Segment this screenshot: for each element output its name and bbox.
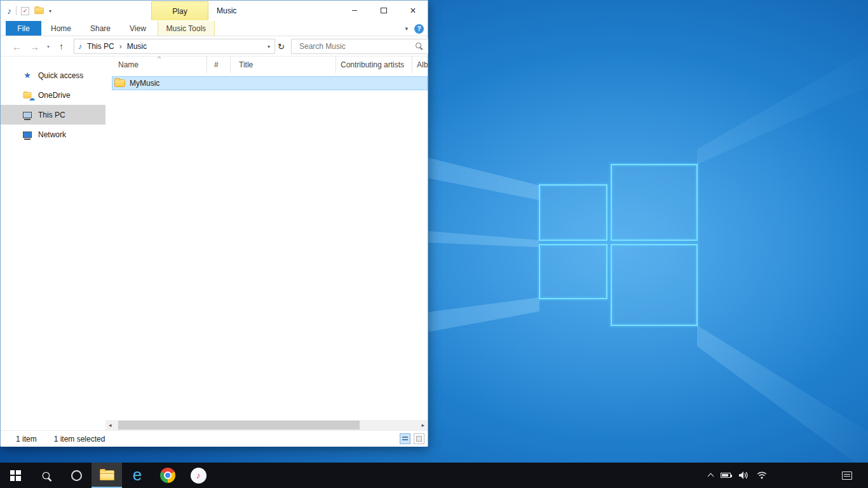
search-input[interactable] <box>292 39 428 53</box>
cortana-button[interactable] <box>61 463 92 488</box>
folder-icon <box>114 79 125 87</box>
sidebar-item-label: Network <box>38 130 66 139</box>
forward-icon[interactable]: → <box>30 36 39 57</box>
horizontal-scrollbar[interactable]: ◂ ▸ <box>105 420 428 430</box>
sidebar-item-quick-access[interactable]: ★ Quick access <box>1 65 105 85</box>
tab-file[interactable]: File <box>6 21 41 36</box>
window-controls: – × <box>340 1 428 20</box>
file-name: MyMusic <box>130 79 159 88</box>
volume-icon[interactable] <box>738 471 749 480</box>
view-buttons <box>400 433 424 444</box>
tab-share[interactable]: Share <box>81 21 120 36</box>
system-tray <box>709 463 768 488</box>
search-box <box>291 39 428 54</box>
item-count: 1 item <box>16 435 37 444</box>
breadcrumb-music[interactable]: Music <box>127 42 147 51</box>
start-button[interactable] <box>0 463 31 488</box>
new-folder-icon[interactable] <box>34 8 43 14</box>
properties-icon[interactable]: ✓ <box>21 7 29 15</box>
sidebar-item-label: Quick access <box>38 71 83 80</box>
action-center-icon <box>842 471 852 480</box>
tab-music-tools[interactable]: Music Tools <box>158 21 215 36</box>
star-icon: ★ <box>22 71 32 80</box>
cloud-icon: ☁ <box>29 95 35 102</box>
taskbar: e ♪ <box>0 463 868 488</box>
ribbon-right-controls: ▾ ? <box>405 21 424 36</box>
taskbar-itunes-button[interactable]: ♪ <box>183 463 214 488</box>
network-wifi-icon[interactable] <box>756 471 768 480</box>
navigation-bar: ← → ▾ ↑ ♪ This PC › Music ▾ ↻ <box>1 36 428 57</box>
details-view-button[interactable] <box>400 433 410 444</box>
show-hidden-icons-icon[interactable] <box>708 473 714 480</box>
windows-logo-icon <box>10 470 21 481</box>
customize-toolbar-chevron-icon[interactable]: ▾ <box>49 8 51 14</box>
breadcrumb-separator-icon[interactable]: › <box>119 42 122 51</box>
selection-count: 1 item selected <box>54 435 105 444</box>
taskbar-search-button[interactable] <box>31 463 61 488</box>
column-header-contributing-artists[interactable]: Contributing artists <box>336 57 412 73</box>
location-music-icon: ♪ <box>78 42 82 51</box>
search-icon[interactable] <box>416 43 421 48</box>
scroll-left-icon[interactable]: ◂ <box>109 420 112 430</box>
maximize-button[interactable] <box>369 1 398 20</box>
computer-icon <box>22 112 32 118</box>
close-button[interactable]: × <box>398 1 428 20</box>
scroll-right-icon[interactable]: ▸ <box>421 420 424 430</box>
up-icon[interactable]: ↑ <box>59 36 64 57</box>
ribbon-tab-bar: File Home Share View Music Tools ▾ ? <box>1 21 428 36</box>
explorer-body: ★ Quick access ☁ OneDrive This PC <box>1 57 428 430</box>
help-icon[interactable]: ? <box>414 24 424 34</box>
onedrive-icon: ☁ <box>22 92 32 99</box>
cortana-icon <box>71 470 82 481</box>
quick-access-toolbar: ♪ ✓ ▾ <box>7 1 51 21</box>
taskbar-internet-explorer-button[interactable]: e <box>122 463 153 488</box>
sidebar-item-network[interactable]: Network <box>1 125 105 144</box>
action-center-button[interactable] <box>836 463 858 488</box>
sidebar-item-this-pc[interactable]: This PC <box>1 105 105 125</box>
taskbar-chrome-button[interactable] <box>153 463 183 488</box>
scrollbar-thumb[interactable] <box>118 421 360 430</box>
navigation-pane: ★ Quick access ☁ OneDrive This PC <box>1 57 105 430</box>
search-icon <box>42 471 50 479</box>
column-header-album[interactable]: Alb <box>412 57 428 73</box>
sidebar-item-label: OneDrive <box>38 91 71 100</box>
file-explorer-window: ♪ ✓ ▾ Play Music – × File Home Share Vie… <box>0 0 428 446</box>
status-bar: 1 item 1 item selected <box>1 430 428 447</box>
column-header-title[interactable]: Title <box>231 57 336 73</box>
network-icon <box>22 132 32 138</box>
title-bar[interactable]: ♪ ✓ ▾ Play Music – × <box>1 1 428 21</box>
toolbar-separator <box>16 6 17 15</box>
app-music-icon: ♪ <box>7 6 11 16</box>
back-icon[interactable]: ← <box>12 36 22 57</box>
battery-icon[interactable] <box>721 473 731 478</box>
sidebar-item-label: This PC <box>38 111 65 119</box>
taskbar-file-explorer-button[interactable] <box>92 463 122 488</box>
minimize-button[interactable]: – <box>340 1 369 20</box>
file-list-pane: ^ Name # Title Contributing artists Alb … <box>105 57 428 430</box>
column-header-number[interactable]: # <box>207 57 231 73</box>
address-dropdown-icon[interactable]: ▾ <box>263 44 275 50</box>
recent-locations-chevron-icon[interactable]: ▾ <box>47 36 50 57</box>
internet-explorer-icon: e <box>133 466 142 483</box>
tab-home[interactable]: Home <box>41 21 81 36</box>
sidebar-item-onedrive[interactable]: ☁ OneDrive <box>1 85 105 105</box>
refresh-icon[interactable]: ↻ <box>278 36 285 57</box>
ribbon-collapse-icon[interactable]: ▾ <box>405 25 408 32</box>
breadcrumb-this-pc[interactable]: This PC <box>87 42 114 51</box>
itunes-icon: ♪ <box>191 468 207 484</box>
tab-view[interactable]: View <box>120 21 156 36</box>
window-title: Music <box>217 1 236 21</box>
sort-ascending-icon[interactable]: ^ <box>158 57 161 62</box>
large-icons-view-button[interactable] <box>414 433 424 444</box>
file-row-mymusic[interactable]: MyMusic <box>112 76 428 90</box>
file-explorer-icon <box>100 470 114 480</box>
ribbon-context-tab-play[interactable]: Play <box>151 1 208 20</box>
maximize-icon <box>381 8 387 13</box>
chrome-icon <box>160 468 175 483</box>
address-bar[interactable]: ♪ This PC › Music ▾ <box>74 39 275 54</box>
music-note-icon: ♪ <box>196 470 201 480</box>
